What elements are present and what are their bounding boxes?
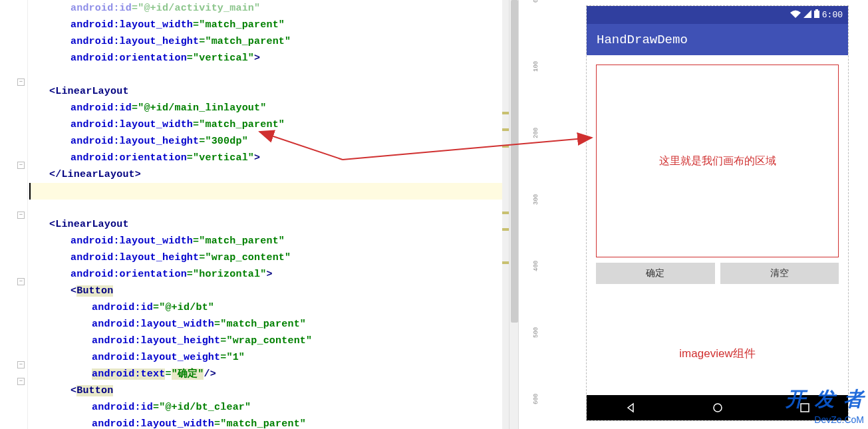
layout-preview-panel: 0 100 200 300 400 500 600 6:00 HandDrawD… — [521, 0, 868, 429]
canvas-label: 这里就是我们画布的区域 — [659, 154, 776, 168]
ruler-tick: 200 — [533, 128, 539, 138]
fold-icon[interactable]: − — [17, 361, 25, 368]
svg-rect-1 — [815, 9, 818, 11]
ruler-tick: 0 — [533, 0, 539, 3]
ruler-tick: 400 — [533, 261, 539, 271]
blank-line — [29, 200, 509, 216]
app-title: HandDrawDemo — [597, 33, 688, 47]
watermark-text: 开 发 者 — [786, 386, 865, 413]
code-line: android:layout_height="300dp" — [29, 133, 509, 150]
code-line: android:id="@+id/activity_main" — [29, 0, 509, 17]
code-line: <Button — [29, 283, 509, 299]
imageview-label: imageview组件 — [587, 346, 848, 361]
ruler-tick: 300 — [533, 194, 539, 205]
code-line: android:id="@+id/main_linlayout" — [29, 100, 509, 116]
app-bar: HandDrawDemo — [587, 24, 848, 55]
code-line: android:layout_height="wrap_content" — [29, 333, 509, 349]
watermark-url: DevZe.CoM — [814, 414, 864, 425]
cursor-line[interactable] — [29, 183, 509, 200]
code-line: android:orientation="vertical"> — [29, 50, 509, 67]
clear-button[interactable]: 清空 — [720, 263, 839, 284]
ruler-tick: 100 — [533, 61, 539, 72]
code-editor-panel: − − − − − − android:id="@+id/activity_ma… — [0, 0, 509, 429]
code-line: android:layout_width="match_parent" — [29, 416, 509, 429]
canvas-area[interactable]: 这里就是我们画布的区域 — [596, 65, 839, 257]
status-bar: 6:00 — [587, 6, 848, 24]
code-area[interactable]: android:id="@+id/activity_main" android:… — [28, 0, 509, 429]
svg-rect-0 — [814, 11, 819, 18]
code-line: <LinearLayout — [29, 83, 509, 100]
vertical-ruler: 0 100 200 300 400 500 600 — [521, 0, 541, 429]
battery-icon — [814, 9, 819, 21]
code-line: android:layout_weight="1" — [29, 349, 509, 366]
fold-icon[interactable]: − — [17, 78, 25, 86]
code-line: android:layout_width="match_parent" — [29, 316, 509, 333]
scrollbar-thumb[interactable] — [511, 0, 518, 323]
fold-icon[interactable]: − — [17, 378, 25, 385]
code-line: android:orientation="vertical"> — [29, 150, 509, 166]
code-line: <Button — [29, 382, 509, 399]
fold-icon[interactable]: − — [17, 212, 25, 219]
code-line: android:id="@+id/bt_clear" — [29, 399, 509, 416]
device-preview[interactable]: 6:00 HandDrawDemo 这里就是我们画布的区域 确定 清空 imag… — [586, 5, 849, 421]
vertical-scrollbar[interactable] — [509, 0, 519, 429]
fold-icon[interactable]: − — [17, 278, 25, 285]
code-line: </LinearLayout> — [29, 166, 509, 183]
signal-icon — [803, 10, 811, 21]
button-row: 确定 清空 — [587, 257, 848, 289]
code-line: android:text="确定"/> — [29, 366, 509, 382]
code-line: android:id="@+id/bt" — [29, 299, 509, 316]
back-icon[interactable] — [624, 401, 637, 414]
confirm-button[interactable]: 确定 — [596, 263, 715, 284]
marker-strip — [502, 0, 509, 429]
home-icon[interactable] — [711, 401, 724, 414]
code-line: android:layout_height="wrap_content" — [29, 249, 509, 266]
fold-icon[interactable]: − — [17, 162, 25, 169]
code-line: android:orientation="horizontal"> — [29, 266, 509, 283]
code-line: android:layout_width="match_parent" — [29, 116, 509, 133]
ruler-tick: 600 — [533, 394, 539, 404]
ruler-tick: 500 — [533, 327, 539, 338]
clock-text: 6:00 — [822, 10, 843, 20]
editor-gutter: − − − − − − — [0, 0, 28, 429]
blank-line — [29, 67, 509, 83]
code-line: android:layout_width="match_parent" — [29, 17, 509, 33]
code-line: <LinearLayout — [29, 216, 509, 233]
code-line: android:layout_height="match_parent" — [29, 33, 509, 50]
code-line: android:layout_width="match_parent" — [29, 233, 509, 249]
svg-point-2 — [714, 404, 722, 412]
wifi-icon — [790, 10, 801, 21]
